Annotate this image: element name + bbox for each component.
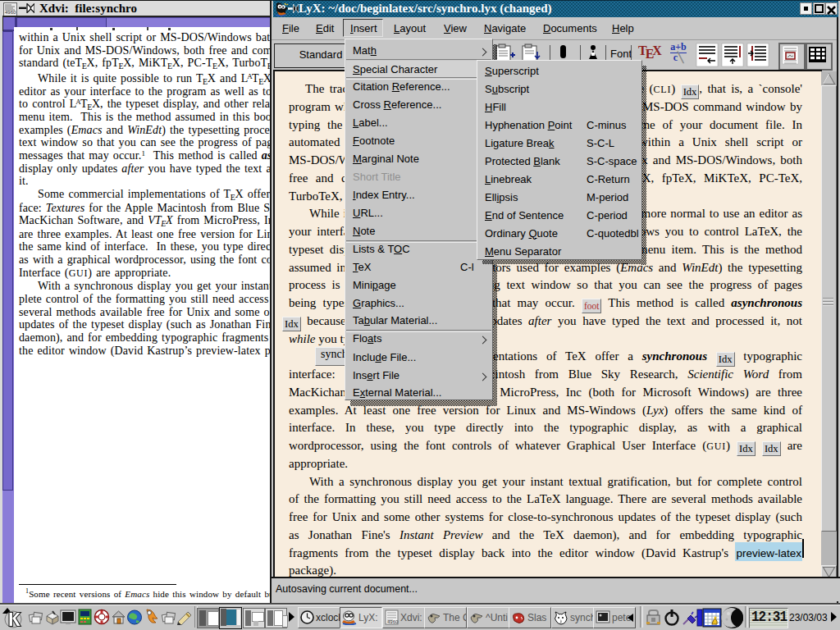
svg-text:4960: 4960 [387,619,399,624]
svg-text:4960: 4960 [5,10,16,15]
